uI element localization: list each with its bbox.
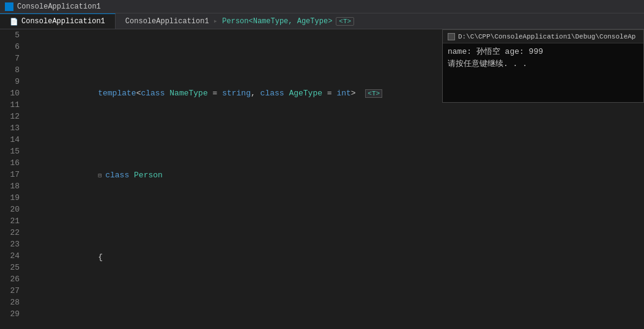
code-line-6: ⊟class Person	[31, 158, 644, 193]
breadcrumb-right: Person<NameType, AgeType>	[222, 17, 332, 26]
ln-29: 29	[5, 308, 20, 320]
ln-13: 13	[5, 122, 20, 134]
code-line-7: {	[31, 240, 644, 275]
editor-area[interactable]: D:\C\CPP\ConsoleApplication1\Debug\Conso…	[0, 29, 644, 329]
ln-14: 14	[5, 134, 20, 146]
breadcrumb-separator: ▸	[209, 17, 223, 26]
title-bar: ConsoleApplication1	[0, 0, 644, 13]
console-line1: name: 孙悟空 age: 999	[448, 46, 638, 58]
ln-16: 16	[5, 157, 20, 169]
ln-26: 26	[5, 273, 20, 285]
line-numbers: 5 6 7 8 9 10 11 12 13 14 15 16 17 18 19 …	[0, 29, 24, 329]
ln-23: 23	[5, 238, 20, 250]
ln-22: 22	[5, 227, 20, 238]
breadcrumb-left: ConsoleApplication1	[125, 17, 209, 26]
ln-25: 25	[5, 262, 20, 273]
tab-label: ConsoleApplication1	[21, 17, 105, 26]
console-window: D:\C\CPP\ConsoleApplication1\Debug\Conso…	[442, 29, 644, 103]
ln-11: 11	[5, 99, 20, 111]
tab-bar: 📄 ConsoleApplication1 ConsoleApplication…	[0, 13, 644, 29]
console-title-bar: D:\C\CPP\ConsoleApplication1\Debug\Conso…	[443, 30, 643, 43]
code-line-8: public:	[31, 321, 644, 329]
console-content: name: 孙悟空 age: 999 请按任意键继续. . .	[443, 43, 643, 102]
ln-6: 6	[5, 41, 20, 53]
ln-9: 9	[5, 76, 20, 87]
title-bar-text: ConsoleApplication1	[17, 2, 101, 11]
ln-27: 27	[5, 285, 20, 297]
ln-12: 12	[5, 111, 20, 122]
ln-28: 28	[5, 297, 20, 308]
main-container: D:\C\CPP\ConsoleApplication1\Debug\Conso…	[0, 29, 644, 329]
app-icon	[5, 2, 13, 11]
ln-18: 18	[5, 180, 20, 192]
template-badge: <T>	[336, 17, 354, 26]
ln-21: 21	[5, 215, 20, 227]
ln-20: 20	[5, 204, 20, 215]
ln-24: 24	[5, 250, 20, 262]
tab-main[interactable]: 📄 ConsoleApplication1	[0, 13, 116, 29]
console-title-text: D:\C\CPP\ConsoleApplication1\Debug\Conso…	[458, 33, 635, 40]
ln-8: 8	[5, 64, 20, 76]
toolbar-breadcrumb: ConsoleApplication1 ▸ Person<NameType, A…	[116, 13, 644, 29]
ln-5: 5	[5, 29, 20, 41]
ln-7: 7	[5, 53, 20, 64]
ln-10: 10	[5, 87, 20, 99]
ln-19: 19	[5, 192, 20, 204]
ln-17: 17	[5, 169, 20, 180]
console-icon	[448, 33, 455, 40]
ln-15: 15	[5, 146, 20, 157]
cpp-file-icon: 📄	[10, 18, 18, 26]
console-line2: 请按任意键继续. . .	[448, 58, 638, 70]
